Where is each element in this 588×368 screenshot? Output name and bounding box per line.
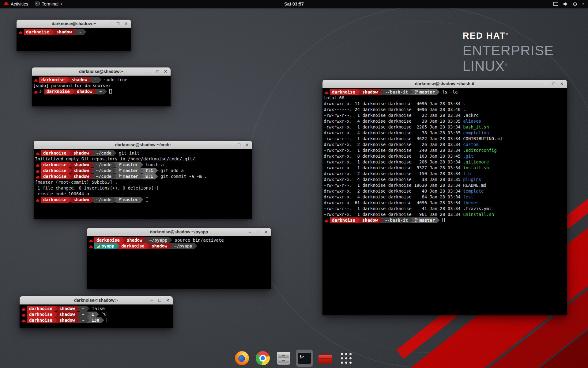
maximize-button[interactable]: □: [552, 80, 556, 88]
terminal-text: -rwxrwxr-x. 1 darknoise darknoise 5327 J…: [324, 165, 463, 170]
powerline-separator-icon: [55, 312, 57, 317]
terminal-content[interactable]: darknoiseshadow~: [17, 28, 131, 51]
terminal-window[interactable]: darknoise@shadow:~/bash-it–□✕darknoisesh…: [322, 80, 567, 315]
minimize-button[interactable]: –: [108, 20, 112, 28]
close-button[interactable]: ✕: [264, 228, 268, 236]
volume-icon[interactable]: [563, 2, 568, 6]
window-controls: –□✕: [544, 80, 567, 88]
terminal-line: drwxrwxr-x. 4 darknoise darknoise 84 Jan…: [324, 194, 567, 200]
dock-app-grid[interactable]: [337, 350, 355, 367]
dock-files[interactable]: [275, 350, 292, 367]
close-button[interactable]: ✕: [166, 296, 170, 305]
terminal-line: 1 file changed, 0 insertions(+), 0 delet…: [35, 185, 252, 191]
window-titlebar[interactable]: darknoise@shadow:~–□✕: [20, 296, 173, 305]
terminal-content[interactable]: darknoiseshadow~/pyappsource bin/activat…: [87, 236, 271, 289]
powerline-separator-icon: [69, 174, 71, 179]
close-button[interactable]: ✕: [124, 20, 128, 28]
terminal-content[interactable]: darknoiseshadow~/bash-itmasterls -latota…: [322, 88, 567, 315]
prompt-segment: ~: [80, 306, 86, 312]
terminal-text: .: [463, 101, 466, 106]
prompt-segment: shadow: [71, 168, 91, 174]
clock[interactable]: Sat 03:57: [284, 2, 304, 6]
powerline-separator-icon: [104, 89, 107, 94]
terminal-window[interactable]: darknoise@shadow:~/pyapp–□✕darknoiseshad…: [87, 228, 271, 289]
chevron-down-icon[interactable]: ▼: [582, 3, 584, 6]
git-branch-icon: [119, 168, 123, 173]
close-button[interactable]: ✕: [164, 67, 168, 76]
top-bar: Activities Terminal ▼ Sat 03:57 ▼: [0, 0, 588, 8]
command-text: ls -la: [440, 90, 458, 94]
display-icon[interactable]: [553, 2, 558, 6]
prompt-segment: shadow: [71, 162, 91, 168]
window-titlebar[interactable]: darknoise@shadow:~–□✕: [17, 20, 131, 28]
power-icon[interactable]: [573, 2, 577, 6]
terminal-text: bash_it.sh: [463, 125, 489, 129]
window-titlebar[interactable]: darknoise@shadow:~/pyapp–□✕: [87, 228, 271, 236]
maximize-button[interactable]: □: [158, 296, 162, 305]
terminal-window[interactable]: darknoise@shadow:~–□✕darknoiseshadow~sud…: [32, 67, 171, 106]
terminal-content[interactable]: darknoiseshadow~falsedarknoiseshadow~1^C…: [20, 305, 173, 328]
terminal-content[interactable]: darknoiseshadow~sudo true[sudo] password…: [32, 76, 171, 106]
terminal-text: uninstall.sh: [463, 212, 494, 217]
terminal-line: -rw-rw-r--. 1 darknoise darknoise 41 Jan…: [324, 206, 567, 212]
redhat-prompt-icon: [324, 218, 329, 224]
dock-toolbox[interactable]: [317, 350, 334, 367]
terminal-text: ..: [463, 107, 468, 112]
command-text: git add a: [158, 168, 184, 173]
terminal-window[interactable]: darknoise@shadow:~/code–□✕darknoiseshado…: [34, 141, 252, 219]
prompt-segment: shadow: [70, 77, 89, 83]
prompt-segment: master: [116, 197, 141, 203]
window-titlebar[interactable]: darknoise@shadow:~/bash-it–□✕: [322, 80, 567, 88]
powerline-separator-icon: [91, 162, 94, 167]
terminal-window[interactable]: darknoise@shadow:~–□✕darknoiseshadow~fal…: [20, 296, 173, 328]
window-controls: –□✕: [229, 141, 252, 149]
minimize-button[interactable]: –: [229, 141, 233, 149]
powerline-separator-icon: [141, 197, 143, 202]
prompt-segment: shadow: [71, 174, 91, 179]
minimize-button[interactable]: –: [150, 296, 154, 305]
dock-chrome[interactable]: [254, 350, 271, 367]
terminal-window[interactable]: darknoise@shadow:~–□✕darknoiseshadow~: [17, 20, 131, 51]
dock-firefox[interactable]: [233, 350, 251, 367]
close-button[interactable]: ✕: [560, 80, 564, 88]
prompt-segment: 130: [89, 317, 101, 323]
minimize-button[interactable]: –: [248, 228, 252, 236]
maximize-button[interactable]: □: [237, 141, 241, 149]
prompt-segment: shadow: [75, 89, 95, 94]
terminal-line: drwxrwxr-x. 61 darknoise darknoise 4096 …: [324, 200, 567, 206]
redhat-logo-icon: [3, 2, 9, 6]
terminal-line: darknoiseshadow~/codemasterS:1git commit…: [35, 174, 252, 179]
files-icon: [277, 352, 290, 365]
prompt-segment: shadow: [57, 312, 77, 317]
terminal-line: -rwxrwxr-x. 1 darknoise darknoise 5327 J…: [324, 165, 567, 171]
minimize-button[interactable]: –: [148, 67, 152, 76]
prompt-segment: shadow: [360, 89, 380, 95]
terminal-line: darknoiseshadow~/codegit init: [35, 150, 252, 156]
powerline-separator-icon: [89, 77, 92, 82]
app-menu-terminal[interactable]: Terminal ▼: [32, 0, 66, 8]
powerline-separator-icon: [155, 168, 158, 173]
terminal-line: darknoiseshadow~false: [21, 306, 173, 312]
maximize-button[interactable]: □: [156, 67, 160, 76]
terminal-line: pyappdarknoiseshadow~/pyapp: [88, 243, 271, 249]
prompt-segment: ~/code: [94, 162, 114, 168]
powerline-separator-icon: [96, 312, 99, 317]
maximize-button[interactable]: □: [116, 20, 120, 28]
maximize-button[interactable]: □: [256, 228, 260, 236]
window-titlebar[interactable]: darknoise@shadow:~/code–□✕: [34, 141, 252, 149]
powerline-separator-icon: [77, 317, 80, 323]
terminal-line: drwxrwxr-x. 2 darknoise darknoise 150 Ja…: [324, 171, 567, 177]
window-titlebar[interactable]: darknoise@shadow:~–□✕: [32, 67, 171, 76]
terminal-text: -rwxrwxr-x. 1 darknoise darknoise 206 Ja…: [324, 159, 463, 164]
activities-button[interactable]: Activities: [0, 0, 32, 8]
minimize-button[interactable]: –: [544, 80, 548, 88]
terminal-line: -rw-rw-r--. 1 darknoise darknoise 18630 …: [324, 182, 567, 188]
terminal-line: darknoiseshadow~/codemastertouch a: [35, 162, 252, 168]
dock-terminal[interactable]: $>: [296, 350, 313, 367]
terminal-content[interactable]: darknoiseshadow~/codegit initInitialized…: [34, 149, 252, 219]
powerline-separator-icon: [155, 174, 158, 179]
close-button[interactable]: ✕: [245, 141, 249, 149]
terminal-text: template: [463, 189, 484, 194]
prompt-segment: ~: [92, 77, 99, 83]
powerline-separator-icon: [380, 217, 383, 223]
